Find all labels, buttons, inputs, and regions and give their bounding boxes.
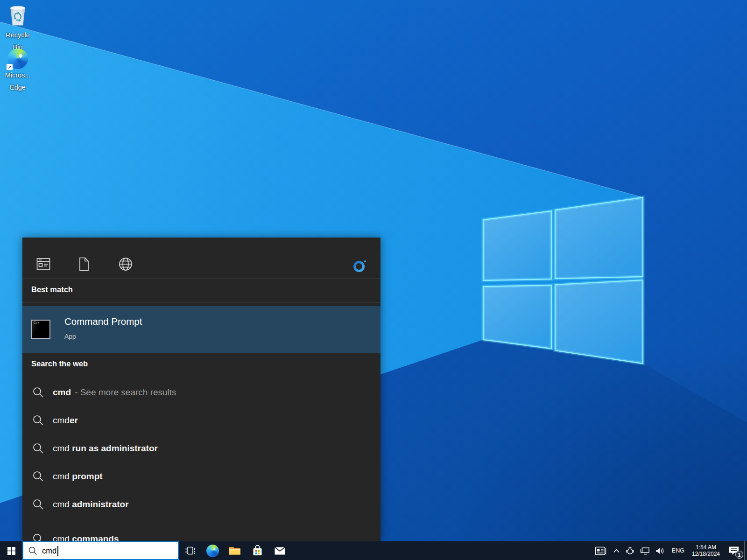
task-view-button[interactable] (179, 541, 201, 560)
store-button[interactable] (246, 541, 268, 560)
search-icon (32, 498, 44, 511)
tab-apps-icon[interactable] (36, 257, 50, 271)
mail-button[interactable] (268, 541, 291, 560)
suggestion-query: cmd (53, 387, 71, 398)
windows-desktop: Recycle Bin ↗ Micros... Edge (0, 0, 747, 560)
suggestion-completion: commands (70, 534, 119, 541)
clock-time: 1:54 AM (692, 544, 720, 551)
edge-logo (206, 545, 219, 557)
section-divider (22, 302, 381, 303)
chevron-up-icon (613, 548, 620, 553)
action-center-button[interactable]: 1 (724, 541, 744, 560)
suggestion-query: cmd (53, 471, 70, 482)
search-the-web-header: Search the web (31, 359, 88, 368)
web-suggestion-partial[interactable]: cmd commands (22, 525, 381, 541)
start-button[interactable] (0, 541, 22, 560)
edge-label-line2: Edge (0, 81, 35, 93)
web-suggestion[interactable]: cmd prompt (22, 462, 381, 490)
ethernet-network-icon (640, 547, 650, 555)
suggestion-query: cmd (53, 443, 70, 454)
recycle-bin-icon[interactable]: Recycle Bin (0, 3, 35, 53)
tab-web-icon[interactable] (119, 257, 133, 271)
best-match-header: Best match (31, 285, 73, 294)
task-view-icon (184, 545, 196, 556)
suggestion-completion: prompt (70, 471, 103, 482)
tray-overflow-button[interactable] (610, 541, 623, 560)
shortcut-arrow-icon: ↗ (7, 64, 13, 70)
suggestion-completion: er (70, 415, 78, 426)
search-icon (32, 414, 44, 427)
cortana-icon[interactable] (352, 258, 368, 274)
suggestion-query: cmd (53, 534, 70, 541)
suggestion-query: cmd (53, 415, 70, 426)
file-explorer-icon (229, 545, 241, 557)
news-and-interests-button[interactable] (592, 541, 610, 560)
search-input-value: cmd (42, 546, 56, 555)
search-icon (32, 442, 44, 455)
web-suggestion[interactable]: cmd - See more search results (22, 378, 381, 406)
edge-desktop-icon[interactable]: ↗ Micros... Edge (0, 49, 35, 93)
news-icon (595, 546, 607, 556)
suggestion-hint: - See more search results (75, 387, 176, 398)
suggestion-completion: run as administrator (70, 443, 158, 454)
tray-status-button[interactable] (623, 541, 637, 560)
web-suggestion[interactable]: cmd run as administrator (22, 434, 381, 462)
edge-taskbar-button[interactable] (201, 541, 224, 560)
taskbar-search-input[interactable]: cmd (22, 541, 179, 560)
edge-logo: ↗ (7, 49, 28, 69)
notification-badge: 1 (735, 551, 743, 559)
mail-icon (274, 545, 286, 557)
store-icon (252, 545, 263, 557)
search-flyout: Best match C:\ Command Prompt App Search… (22, 238, 381, 541)
tab-documents-icon[interactable] (77, 257, 91, 271)
clock-date: 12/18/2024 (692, 551, 720, 557)
speaker-icon (655, 547, 665, 555)
suggestion-completion: administrator (70, 499, 129, 510)
recycle-bin-glyph (6, 3, 29, 27)
system-tray: ENG 1:54 AM 12/18/2024 1 (592, 541, 747, 560)
best-match-result-command-prompt[interactable]: C:\ Command Prompt App (22, 306, 381, 353)
search-icon (32, 470, 44, 483)
search-icon (32, 533, 44, 541)
edge-label-line1: Micros... (0, 69, 35, 81)
network-button[interactable] (637, 541, 653, 560)
status-circle-icon (626, 546, 634, 555)
search-tab-bar (22, 238, 381, 279)
show-desktop-button[interactable] (744, 541, 747, 560)
web-suggestion[interactable]: cmd administrator (22, 490, 381, 518)
recycle-bin-label-line1: Recycle (0, 29, 35, 41)
volume-button[interactable] (653, 541, 668, 560)
text-caret (57, 546, 58, 556)
command-prompt-icon: C:\ (31, 320, 50, 339)
clock[interactable]: 1:54 AM 12/18/2024 (688, 541, 724, 560)
web-suggestion[interactable]: cmd er (22, 406, 381, 434)
language-indicator[interactable]: ENG (668, 541, 688, 560)
taskbar: cmd (0, 541, 747, 560)
search-icon (28, 546, 38, 556)
best-match-subtitle: App (64, 333, 76, 340)
best-match-title: Command Prompt (64, 316, 142, 327)
suggestion-query: cmd (53, 499, 70, 510)
windows-flag-icon (7, 547, 15, 555)
file-explorer-button[interactable] (224, 541, 246, 560)
search-icon (32, 386, 44, 399)
